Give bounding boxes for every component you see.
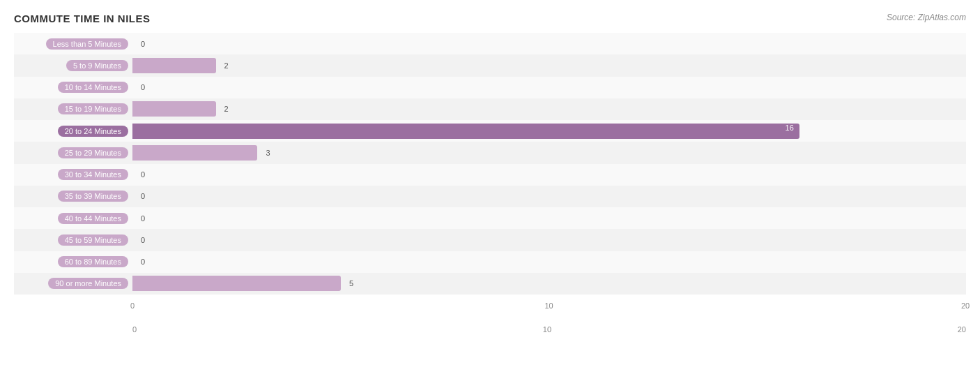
bar-label-pill: 10 to 14 Minutes [58,82,128,93]
bar-value: 0 [141,40,145,48]
x-axis-label: 10 [543,325,551,334]
chart-header: COMMUTE TIME IN NILES Source: ZipAtlas.c… [14,13,966,24]
bar-value: 0 [141,192,145,200]
bar-fill [132,58,216,73]
bar-row: 15 to 19 Minutes2 [14,98,966,120]
bar-fill: 16 [132,124,799,139]
bars-area: Less than 5 Minutes05 to 9 Minutes210 to… [14,33,966,295]
bar-value: 0 [141,214,145,223]
grid-label: 0 [130,301,135,310]
bar-row: 5 to 9 Minutes2 [14,54,966,76]
bar-label-pill: 60 to 89 Minutes [58,256,128,267]
x-axis-labels: 01020 [132,325,966,334]
bar-row: 30 to 34 Minutes0 [14,164,966,186]
bar-fill [132,276,341,291]
bar-track: 0 [132,188,966,204]
bar-label-pill: 20 to 24 Minutes [58,126,128,137]
bar-track: 0 [132,80,966,95]
bar-label-pill: 30 to 34 Minutes [58,169,128,180]
grid-label: 10 [544,301,553,310]
bar-label-pill: 35 to 39 Minutes [58,191,128,202]
bar-track: 5 [132,276,966,291]
bar-row: 35 to 39 Minutes0 [14,186,966,207]
bar-row: 45 to 59 Minutes0 [14,229,966,251]
bar-track: 0 [132,167,966,182]
bar-row: 20 to 24 Minutes16 [14,120,966,142]
bar-value: 0 [141,170,145,179]
bar-row: Less than 5 Minutes0 [14,33,966,54]
bar-row: 25 to 29 Minutes3 [14,142,966,163]
bar-label-pill: 40 to 44 Minutes [58,213,128,224]
bar-label-pill: 25 to 29 Minutes [58,147,128,158]
grid-label: 20 [961,301,970,310]
bar-label-pill: 15 to 19 Minutes [58,103,128,114]
chart-container: COMMUTE TIME IN NILES Source: ZipAtlas.c… [0,0,980,365]
bar-value: 3 [266,149,270,157]
bar-value: 5 [349,279,353,288]
bar-track: 0 [132,232,966,248]
chart-body: 01020 Less than 5 Minutes05 to 9 Minutes… [14,33,966,315]
bar-label-pill: Less than 5 Minutes [46,38,128,50]
bar-value: 16 [786,124,794,132]
bar-row: 40 to 44 Minutes0 [14,207,966,229]
bar-track: 2 [132,101,966,117]
bar-row: 10 to 14 Minutes0 [14,77,966,98]
bar-value: 0 [141,258,145,266]
bar-track: 0 [132,254,966,269]
bar-label-pill: 45 to 59 Minutes [58,234,128,246]
bar-track: 0 [132,211,966,226]
chart-title: COMMUTE TIME IN NILES [14,13,151,24]
bar-track: 0 [132,36,966,52]
bar-row: 90 or more Minutes5 [14,273,966,295]
bar-fill [132,145,257,161]
chart-source: Source: ZipAtlas.com [887,13,966,22]
x-axis-label: 0 [132,325,137,334]
bar-label-pill: 90 or more Minutes [48,278,128,289]
x-axis-label: 20 [958,325,966,334]
bar-track: 2 [132,58,966,73]
bar-track: 16 [132,124,966,139]
bar-label-pill: 5 to 9 Minutes [66,60,128,71]
bar-fill [132,101,216,117]
bar-value: 2 [224,61,229,70]
bar-track: 3 [132,145,966,161]
bar-value: 0 [141,83,145,91]
bar-value: 2 [224,105,229,113]
bar-value: 0 [141,236,145,244]
bar-row: 60 to 89 Minutes0 [14,251,966,273]
